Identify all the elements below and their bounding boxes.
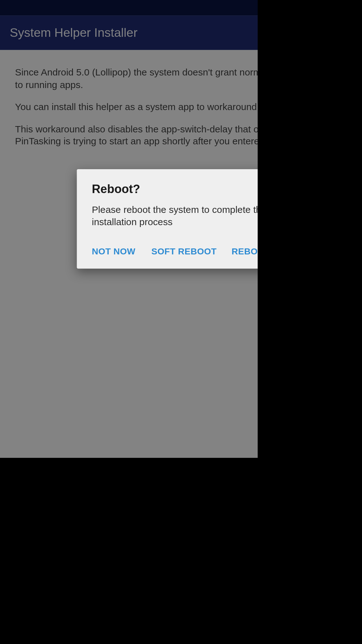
dialog-not-now-button[interactable]: NOT NOW <box>92 247 135 257</box>
dialog-actions: NOT NOW SOFT REBOOT REBOOT <box>77 241 258 262</box>
dialog-message: Please reboot the system to complete the… <box>77 204 258 241</box>
dialog-scrim[interactable]: Reboot? Please reboot the system to comp… <box>0 0 258 458</box>
dialog-soft-reboot-button[interactable]: SOFT REBOOT <box>151 247 217 257</box>
dialog-reboot-button[interactable]: REBOOT <box>232 247 258 257</box>
reboot-dialog: Reboot? Please reboot the system to comp… <box>77 169 258 269</box>
dialog-title: Reboot? <box>77 182 258 204</box>
